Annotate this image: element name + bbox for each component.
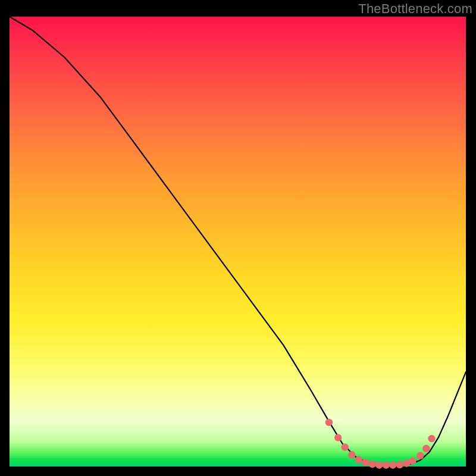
watermark-text: TheBottleneck.com — [358, 1, 472, 17]
highlight-dot — [334, 434, 342, 441]
highlight-dot — [325, 419, 333, 426]
plot-area — [10, 17, 466, 466]
highlight-dot — [375, 462, 383, 469]
highlight-dot — [396, 461, 403, 468]
highlight-dot — [409, 458, 416, 465]
curve-path — [10, 17, 466, 466]
highlight-dot — [362, 459, 369, 466]
highlight-dot — [383, 462, 390, 469]
highlight-dot — [369, 461, 376, 468]
highlight-dot — [355, 456, 362, 464]
bottleneck-curve — [10, 17, 466, 466]
highlight-dot — [348, 451, 355, 458]
highlight-dot — [342, 443, 349, 450]
highlight-dot — [422, 445, 430, 452]
highlight-dot — [416, 452, 424, 459]
highlight-dot — [428, 435, 435, 442]
highlight-dot — [389, 462, 396, 469]
chart-frame: TheBottleneck.com — [0, 0, 476, 476]
